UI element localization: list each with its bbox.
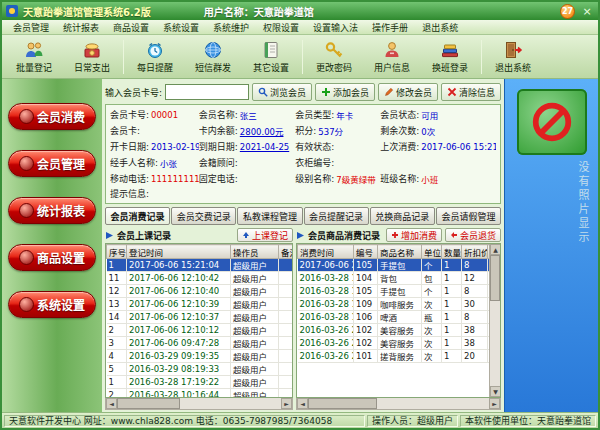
notification-badge[interactable]: 27 [560, 4, 575, 19]
column-header[interactable]: 商品名称 [378, 245, 422, 259]
table-row[interactable]: 2017-06-06 23105手提包个188超级用户 [298, 259, 502, 272]
sidebar-item-goods[interactable]: 商品设置 [8, 244, 96, 271]
class-records-title: 会员上课记录 [117, 229, 171, 242]
table-row[interactable]: 132017-06-06 12:10:39超级用户 [107, 298, 294, 311]
tab-consume-records[interactable]: 会员消费记录 [105, 207, 170, 225]
class-register-button[interactable]: 上课登记 [237, 228, 293, 242]
toolbar-sms-broadcast[interactable]: 短信群发 [184, 37, 242, 77]
member-field: 积分:537分 [295, 124, 380, 137]
menu-item-system[interactable]: 系统设置 [156, 21, 206, 34]
toolbar-batch-register[interactable]: 批量登记 [5, 37, 63, 77]
list-bullet-icon [105, 231, 114, 240]
add-consume-button[interactable]: 增加消费 [386, 228, 442, 242]
toolbar-other-settings[interactable]: 其它设置 [242, 37, 300, 77]
add-member-button[interactable]: 添加会员 [315, 83, 375, 101]
member-return-button[interactable]: 会员退货 [445, 228, 501, 242]
table-row[interactable]: 22016-03-28 10:16:44超级用户 [107, 389, 294, 399]
sidebar-item-system[interactable]: 系统设置 [8, 291, 96, 318]
class-records-header: 会员上课记录 上课登记 [105, 227, 293, 243]
tab-private-course[interactable]: 私教课程管理 [237, 207, 302, 225]
table-row[interactable]: 12016-03-28 17:19:22超级用户 [107, 376, 294, 389]
menu-item-permissions[interactable]: 权限设置 [256, 21, 306, 34]
menu-item-reports[interactable]: 统计报表 [56, 21, 106, 34]
clear-info-button[interactable]: 清除信息 [441, 83, 501, 101]
table-row[interactable]: 2016-03-26 23102美容服务次13838超级用户 [298, 337, 502, 350]
scroll-thumb[interactable] [490, 255, 500, 301]
table-row[interactable]: 52016-03-29 08:19:33超级用户 [107, 363, 294, 376]
sidebar-item-member-manage[interactable]: 会员管理 [8, 150, 96, 177]
column-header[interactable]: 序号 [107, 245, 127, 259]
member-field: 经手人名称:小张 [110, 156, 199, 169]
column-header[interactable]: 消费时间 [298, 245, 354, 259]
member-field: 衣柜编号: [295, 156, 380, 169]
menu-item-goods[interactable]: 商品设置 [106, 21, 156, 34]
purchase-records-title: 会员商品消费记录 [308, 229, 380, 242]
scroll-left-arrow[interactable]: ◄ [106, 398, 117, 409]
toolbar-user-info[interactable]: 用户信息 [363, 37, 421, 77]
menu-item-maintenance[interactable]: 系统维护 [206, 21, 256, 34]
no-photo-image [517, 89, 587, 155]
browse-member-button[interactable]: 浏览会员 [252, 83, 312, 101]
scroll-up-arrow[interactable]: ▲ [490, 244, 501, 255]
scroll-thumb[interactable] [308, 398, 377, 409]
column-header[interactable]: 编号 [354, 245, 378, 259]
toolbar-daily-reminder[interactable]: 每日提醒 [126, 37, 184, 77]
scroll-right-arrow[interactable]: ► [281, 398, 292, 409]
toolbar: 批量登记 日常支出 每日提醒 短信群发 其它设置 更改密码 用户信息 [2, 35, 598, 79]
column-header[interactable]: 登记时间 [127, 245, 231, 259]
sidebar-item-member-consume[interactable]: 会员消费 [8, 103, 96, 130]
sidebar-item-reports[interactable]: 统计报表 [8, 197, 96, 224]
menu-item-member-mgmt[interactable]: 会员管理 [6, 21, 56, 34]
table-row[interactable]: 42016-03-29 09:19:35超级用户 [107, 350, 294, 363]
scroll-left-arrow[interactable]: ◄ [297, 398, 308, 409]
menu-item-manual[interactable]: 操作手册 [365, 21, 415, 34]
table-row[interactable]: 2016-03-28 10104背包包11212超级用户 [298, 272, 502, 285]
tab-leave-records[interactable]: 会员请假管理 [436, 207, 501, 225]
edit-member-button[interactable]: 修改会员 [378, 83, 438, 101]
column-header[interactable]: 折扣价 [462, 245, 488, 259]
card-number-input[interactable] [165, 84, 249, 100]
clear-x-icon [447, 87, 457, 97]
toolbar-daily-expense[interactable]: 日常支出 [63, 37, 121, 77]
toolbar-shift-login[interactable]: 换班登录 [421, 37, 479, 77]
tab-reminder-records[interactable]: 会员提醒记录 [304, 207, 369, 225]
column-header[interactable]: 备注 [279, 245, 294, 259]
member-field: 会籍顾问: [199, 156, 296, 169]
toolbar-change-password[interactable]: 更改密码 [305, 37, 363, 77]
table-row[interactable]: 12017-06-06 15:21:04超级用户 [107, 259, 294, 272]
return-arrow-icon [450, 231, 458, 239]
table-row[interactable]: 122017-06-06 12:10:40超级用户 [107, 285, 294, 298]
horizontal-scrollbar[interactable]: ◄ ► [296, 398, 501, 410]
table-row[interactable]: 32017-06-06 09:47:28超级用户 [107, 337, 294, 350]
table-row[interactable]: 2016-03-26 23102美容服务次13838超级用户 [298, 324, 502, 337]
plus-icon [321, 87, 331, 97]
member-field: 级别名称:7级黄绿带 [295, 172, 380, 185]
scroll-thumb[interactable] [117, 398, 180, 409]
menu-item-input-method[interactable]: 设置输入法 [306, 21, 365, 34]
column-header[interactable]: 操作员 [231, 245, 279, 259]
table-row[interactable]: 142017-06-06 12:10:37超级用户 [107, 311, 294, 324]
scroll-down-arrow[interactable]: ▼ [490, 386, 501, 397]
status-vendor: 天意软件开发中心 网址：www.chla828.com 电话：0635-7987… [4, 415, 365, 427]
batch-register-icon [24, 40, 44, 60]
table-row[interactable]: 112017-06-06 12:10:42超级用户 [107, 272, 294, 285]
close-button[interactable]: × [580, 5, 594, 18]
menu-item-exit[interactable]: 退出系统 [415, 21, 465, 34]
table-row[interactable]: 2016-03-26 21101搓背服务次12020超级用户 [298, 350, 502, 363]
vertical-scrollbar[interactable]: ▲ ▼ [489, 244, 500, 397]
column-header[interactable]: 单位 [422, 245, 442, 259]
column-header[interactable]: 数量 [442, 245, 462, 259]
member-field: 会员卡: [110, 124, 199, 137]
toolbar-exit-system[interactable]: 退出系统 [484, 37, 542, 77]
member-field [380, 156, 496, 169]
horizontal-scrollbar[interactable]: ◄ ► [105, 398, 293, 410]
daily-expense-icon [82, 40, 102, 60]
scroll-right-arrow[interactable]: ► [489, 398, 500, 409]
table-row[interactable]: 2016-03-28 10109咖啡服务次13030超级用户 [298, 298, 502, 311]
table-row[interactable]: 2016-03-28 10106啤酒瓶188超级用户 [298, 311, 502, 324]
tab-exchange-records[interactable]: 兑换商品记录 [370, 207, 435, 225]
table-row[interactable]: 2016-03-28 10105手提包个188超级用户 [298, 285, 502, 298]
table-row[interactable]: 22017-06-06 12:10:12超级用户 [107, 324, 294, 337]
member-field: 会员类型:年卡 [295, 108, 380, 121]
tab-payment-records[interactable]: 会员交费记录 [171, 207, 236, 225]
